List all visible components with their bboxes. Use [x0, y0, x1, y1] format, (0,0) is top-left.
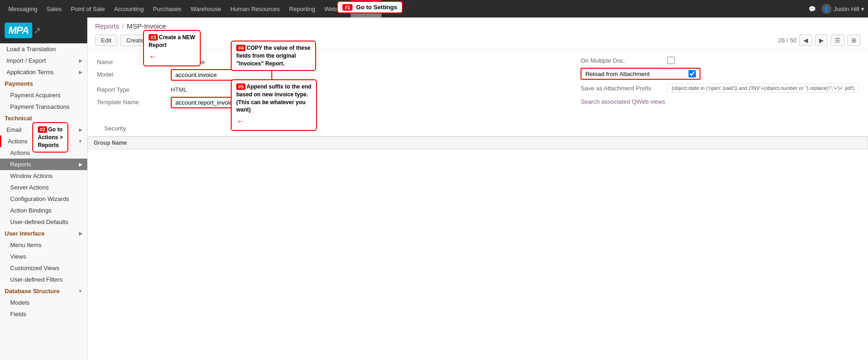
nav-hr[interactable]: Human Resources: [226, 0, 285, 18]
logo-text: MPA: [5, 23, 32, 38]
form-area: Name MSP-Invoice Model Report Type HTML …: [88, 49, 868, 112]
sidebar-category-db-structure[interactable]: Database Structure▼: [0, 285, 87, 297]
save-prefix-label: Save as Attachment Prefix: [581, 85, 664, 92]
top-nav-right: 💬 👤 Justin Hill ▾: [808, 4, 864, 14]
report-type-value: HTML: [171, 84, 187, 93]
template-name-label: Template Name: [97, 97, 171, 106]
callout-3: #3Create a NEWReport ←: [143, 30, 201, 66]
sidebar-item-import-export[interactable]: Import / Export▶: [0, 55, 87, 66]
reload-checkbox[interactable]: [688, 70, 696, 77]
sidebar-item-fields[interactable]: Fields: [0, 308, 87, 320]
save-prefix-value: (object.state in ('open','paid')) and ('…: [667, 83, 859, 93]
callout-5: #5Append suffix to the endbased on new i…: [231, 79, 317, 131]
list-view-button[interactable]: ☰: [831, 35, 844, 46]
model-label: Model: [97, 69, 171, 78]
sidebar-logo: MPA ↗: [0, 18, 87, 43]
group-name-table: Group Name: [88, 136, 868, 149]
on-multiple-doc-checkbox[interactable]: [667, 57, 675, 64]
sidebar-item-config-wizards[interactable]: Configuration Wizards: [0, 193, 87, 205]
edit-button[interactable]: Edit: [95, 35, 117, 46]
reload-input-field[interactable]: Reload from Attachment: [581, 68, 700, 80]
breadcrumb-current: MSP-Invoice: [127, 22, 166, 30]
table-area: Group Name: [88, 136, 868, 149]
nav-accounting[interactable]: Accounting: [109, 0, 148, 18]
toolbar-right: 26 / 50 ◀ ▶ ☰ ⊞: [778, 35, 861, 46]
form-row-model: Model: [97, 69, 562, 81]
toolbar: Edit Create More ▾ 26 / 50 ◀ ▶ ☰ ⊞: [88, 32, 868, 49]
sidebar-item-models[interactable]: Models: [0, 297, 87, 308]
top-navigation: Messaging Sales Point of Sale Accounting…: [0, 0, 868, 18]
sidebar-item-payment-transactions[interactable]: Payment Transactions: [0, 101, 87, 112]
sidebar-item-window-actions[interactable]: Window Actions: [0, 170, 87, 182]
report-type-label: Report Type: [97, 84, 171, 93]
sidebar-item-views[interactable]: Views: [0, 251, 87, 262]
on-multiple-doc-label: On Multiple Doc.: [581, 57, 664, 64]
sidebar-item-payment-acquirers[interactable]: Payment Acquirers: [0, 89, 87, 101]
sidebar-item-load-translation[interactable]: Load a Translation: [0, 43, 87, 55]
reload-label: Reload from Attachment: [585, 71, 649, 77]
sidebar-item-reports[interactable]: Reports ▶: [0, 159, 87, 170]
sidebar-item-action-bindings[interactable]: Action Bindings: [0, 205, 87, 216]
nav-purchases[interactable]: Purchases: [148, 0, 186, 18]
sidebar-item-user-defaults[interactable]: User-defined Defaults: [0, 216, 87, 228]
nav-reporting[interactable]: Reporting: [285, 0, 320, 18]
breadcrumb: Reports / MSP-Invoice: [88, 18, 868, 32]
sidebar-category-payments: Payments: [0, 78, 87, 89]
form-row-on-multiple: On Multiple Doc.: [581, 57, 859, 64]
sidebar-item-user-filters[interactable]: User-defined Filters: [0, 274, 87, 285]
sidebar-category-ui[interactable]: User Interface▶: [0, 228, 87, 239]
pagination-label: 26 / 50: [778, 37, 796, 44]
nav-sales[interactable]: Sales: [42, 0, 66, 18]
prev-record-button[interactable]: ◀: [799, 35, 812, 46]
breadcrumb-parent[interactable]: Reports: [95, 22, 120, 30]
nav-pos[interactable]: Point of Sale: [66, 0, 109, 18]
sidebar-item-server-actions[interactable]: Server Actions: [0, 182, 87, 193]
sidebar-item-app-terms[interactable]: Application Terms▶: [0, 66, 87, 78]
nav-messaging[interactable]: Messaging: [4, 0, 42, 18]
form-row-report-type: Report Type HTML: [97, 84, 562, 93]
form-row-reload: Reload from Attachment: [581, 68, 859, 80]
callout-1: #1 Go to Settings ←: [337, 1, 413, 13]
user-menu[interactable]: 👤 Justin Hill ▾: [821, 4, 864, 14]
sidebar: MPA ↗ Load a Translation Import / Export…: [0, 18, 88, 360]
kanban-view-button[interactable]: ⊞: [847, 35, 861, 46]
breadcrumb-separator: /: [122, 22, 124, 30]
sidebar-item-customized-views[interactable]: Customized Views: [0, 262, 87, 274]
tab-security[interactable]: Security: [97, 121, 133, 136]
form-right-column: On Multiple Doc. Reload from Attachment …: [562, 57, 859, 105]
nav-warehouse[interactable]: Warehouse: [186, 0, 226, 18]
main-content: Reports / MSP-Invoice Edit Create More ▾…: [88, 18, 868, 360]
next-record-button[interactable]: ▶: [815, 35, 828, 46]
callout-2: #2Go toActions >Reports: [32, 122, 68, 153]
form-row-save-prefix: Save as Attachment Prefix (object.state …: [581, 83, 859, 93]
tabs-bar: Security: [88, 121, 868, 136]
callout-4: #4COPY the value of thesefields from the…: [231, 41, 316, 71]
form-row-template-name: Template Name: [97, 97, 562, 108]
col-header-group-name: Group Name: [88, 137, 868, 149]
chat-icon[interactable]: 💬: [808, 6, 816, 12]
qweb-link[interactable]: Search associated QWeb views: [581, 96, 859, 105]
logo-arrow: ↗: [33, 25, 41, 36]
sidebar-item-menu-items[interactable]: Menu Items: [0, 239, 87, 251]
